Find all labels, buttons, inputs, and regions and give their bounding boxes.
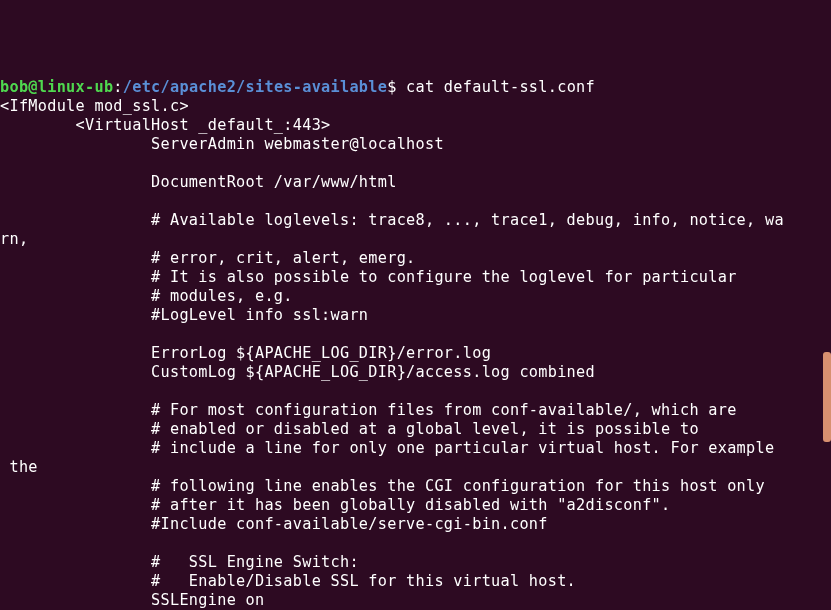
command-text: cat default-ssl.conf bbox=[397, 78, 595, 96]
output-line: the bbox=[0, 458, 38, 476]
output-line: # For most configuration files from conf… bbox=[0, 401, 737, 419]
terminal-window[interactable]: bob@linux-ub:/etc/apache2/sites-availabl… bbox=[0, 76, 831, 610]
output-line: # It is also possible to configure the l… bbox=[0, 268, 737, 286]
output-line: # Available loglevels: trace8, ..., trac… bbox=[0, 211, 784, 229]
output-line: <IfModule mod_ssl.c> bbox=[0, 97, 189, 115]
output-line: # after it has been globally disabled wi… bbox=[0, 496, 671, 514]
output-line: <VirtualHost _default_:443> bbox=[0, 116, 331, 134]
output-line: # enabled or disabled at a global level,… bbox=[0, 420, 699, 438]
prompt-dollar: $ bbox=[387, 78, 396, 96]
output-line: # error, crit, alert, emerg. bbox=[0, 249, 416, 267]
prompt-user-host: bob@linux-ub bbox=[0, 78, 113, 96]
output-line: CustomLog ${APACHE_LOG_DIR}/access.log c… bbox=[0, 363, 595, 381]
output-line: # modules, e.g. bbox=[0, 287, 293, 305]
output-line: # include a line for only one particular… bbox=[0, 439, 774, 457]
output-line: rn, bbox=[0, 230, 28, 248]
output-line: DocumentRoot /var/www/html bbox=[0, 173, 397, 191]
prompt-path: /etc/apache2/sites-available bbox=[123, 78, 387, 96]
scrollbar-track[interactable] bbox=[823, 0, 831, 610]
output-line: ErrorLog ${APACHE_LOG_DIR}/error.log bbox=[0, 344, 491, 362]
output-line: # Enable/Disable SSL for this virtual ho… bbox=[0, 572, 576, 590]
output-line: ServerAdmin webmaster@localhost bbox=[0, 135, 444, 153]
output-line: # SSL Engine Switch: bbox=[0, 553, 359, 571]
output-line: SSLEngine on bbox=[0, 591, 264, 609]
output-line: #Include conf-available/serve-cgi-bin.co… bbox=[0, 515, 548, 533]
output-line: # following line enables the CGI configu… bbox=[0, 477, 765, 495]
output-line: #LogLevel info ssl:warn bbox=[0, 306, 368, 324]
scrollbar-thumb[interactable] bbox=[823, 352, 831, 442]
prompt-separator: : bbox=[113, 78, 122, 96]
